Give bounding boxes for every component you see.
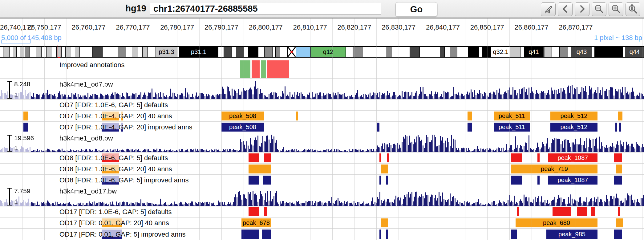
chromosome-ideogram[interactable]: p31.3p31.1q12q32.1q41q43q44 (0, 46, 644, 58)
ideogram-band-q44[interactable]: q44 (625, 47, 644, 57)
ideogram-band[interactable] (510, 47, 520, 57)
ideogram-band[interactable] (126, 47, 132, 57)
peak-annotation[interactable] (241, 230, 259, 239)
peak-annotation[interactable]: peak_678 (241, 218, 271, 227)
ideogram-band[interactable] (552, 47, 559, 57)
peak-annotation[interactable] (381, 218, 388, 227)
ideogram-band[interactable] (287, 47, 296, 57)
location-input[interactable] (150, 3, 381, 14)
ideogram-band[interactable] (102, 47, 118, 57)
peak-annotation[interactable] (614, 230, 622, 239)
peak-annotation[interactable] (387, 153, 389, 162)
ideogram-band[interactable] (142, 47, 147, 57)
peak-annotation[interactable] (616, 218, 623, 227)
peak-annotation[interactable] (379, 230, 381, 239)
peak-annotation[interactable]: peak_680 (516, 218, 597, 227)
ideogram-band[interactable] (20, 47, 23, 57)
ideogram-band[interactable] (224, 47, 232, 57)
ideogram-band[interactable] (248, 47, 258, 57)
ideogram-band[interactable] (592, 47, 594, 57)
ideogram-band[interactable] (392, 47, 410, 57)
ideogram-band[interactable] (387, 47, 392, 57)
peak-annotation[interactable] (468, 123, 472, 132)
peak-annotation[interactable]: peak_512 (550, 112, 597, 120)
peak-annotation[interactable] (553, 207, 571, 216)
peak-annotation[interactable] (379, 153, 381, 162)
ideogram-band[interactable] (46, 47, 52, 57)
peak-annotation[interactable] (618, 207, 620, 216)
peak-annotation[interactable]: peak_508 (221, 123, 264, 132)
peak-annotation[interactable] (249, 165, 271, 173)
peak-annotation[interactable] (249, 207, 259, 216)
ideogram-band[interactable] (479, 47, 482, 57)
peak-annotation[interactable] (511, 176, 522, 185)
ideogram-band[interactable] (118, 47, 126, 57)
peak-annotation[interactable]: peak_512 (550, 123, 597, 132)
ideogram-band[interactable] (568, 47, 571, 57)
peak-annotation[interactable] (591, 207, 595, 216)
ideogram-band[interactable] (450, 47, 457, 57)
ideogram-band[interactable] (71, 47, 75, 57)
ideogram-band-p31.3[interactable]: p31.3 (156, 47, 177, 57)
peak-annotation[interactable] (386, 230, 388, 239)
ideogram-band[interactable] (232, 47, 236, 57)
go-button[interactable]: Go (395, 2, 437, 17)
ideogram-band[interactable] (296, 47, 310, 57)
peak-annotation[interactable] (386, 176, 388, 185)
ideogram-band[interactable] (147, 47, 156, 57)
ideogram-band[interactable] (13, 47, 16, 57)
ideogram-band[interactable] (623, 47, 625, 57)
ideogram-band[interactable] (280, 47, 287, 57)
ideogram-band[interactable] (25, 47, 30, 57)
peak-annotation[interactable] (616, 165, 622, 173)
ideogram-band[interactable] (444, 47, 450, 57)
peak-annotation[interactable] (262, 230, 271, 239)
ideogram-band-q43[interactable]: q43 (571, 47, 592, 57)
zoom-out-button[interactable] (592, 2, 606, 16)
peak-annotation[interactable] (249, 176, 259, 185)
ideogram-band[interactable] (457, 47, 468, 57)
ideogram-band[interactable] (132, 47, 138, 57)
ideogram-band-p31.1[interactable]: p31.1 (179, 47, 218, 57)
peak-annotation[interactable] (379, 176, 381, 185)
annotation-block-red[interactable] (252, 60, 260, 78)
ideogram-band[interactable] (244, 47, 248, 57)
peak-annotation[interactable] (619, 123, 621, 132)
ideogram-band[interactable] (346, 47, 353, 57)
peak-annotation[interactable] (23, 112, 28, 120)
ideogram-band[interactable] (92, 47, 102, 57)
ideogram-band[interactable] (440, 47, 444, 57)
peak-annotation[interactable]: peak_985 (546, 230, 597, 239)
ideogram-band[interactable] (16, 47, 20, 57)
peak-annotation[interactable] (517, 207, 519, 216)
prev-button[interactable] (558, 2, 573, 16)
ideogram-band[interactable] (218, 47, 224, 57)
peak-annotation[interactable] (263, 176, 271, 185)
peak-annotation[interactable] (614, 153, 622, 162)
peak-annotation[interactable]: peak_508 (221, 112, 264, 120)
ideogram-band[interactable] (79, 47, 92, 57)
ideogram-band[interactable] (9, 47, 13, 57)
annotation-block-green[interactable] (240, 60, 250, 78)
zoom-vertical-button[interactable] (626, 2, 640, 16)
ideogram-band[interactable] (0, 47, 3, 57)
ideogram-band-q12[interactable]: q12 (310, 47, 346, 57)
ideogram-band[interactable] (30, 47, 36, 57)
ideogram-band[interactable] (419, 47, 440, 57)
peak-annotation[interactable] (23, 123, 28, 132)
ideogram-band[interactable] (410, 47, 419, 57)
peak-annotation[interactable] (249, 153, 259, 162)
ideogram-band[interactable] (61, 47, 65, 57)
peak-annotation[interactable] (618, 112, 622, 120)
ideogram-band[interactable] (52, 47, 56, 57)
ideogram-band-q32.1[interactable]: q32.1 (491, 47, 510, 57)
ideogram-band[interactable] (482, 47, 491, 57)
ideogram-band[interactable] (138, 47, 142, 57)
peak-annotation[interactable] (511, 230, 517, 239)
peak-annotation[interactable] (537, 176, 540, 185)
ideogram-band[interactable] (75, 47, 79, 57)
zoom-in-button[interactable] (609, 2, 623, 16)
peak-annotation[interactable] (614, 176, 622, 185)
peak-annotation[interactable] (264, 153, 271, 162)
ideogram-band[interactable] (41, 47, 46, 57)
